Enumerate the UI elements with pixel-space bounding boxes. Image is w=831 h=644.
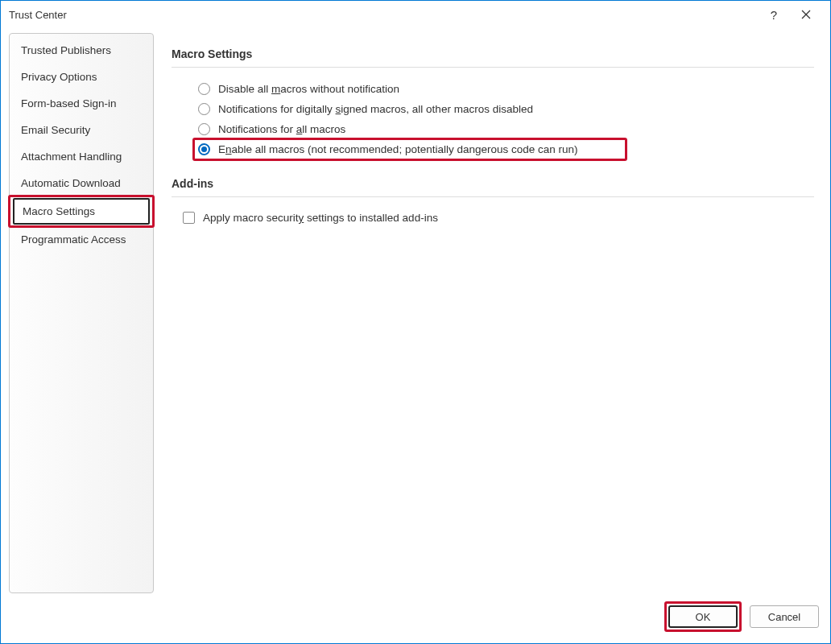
sidebar-item-label: Privacy Options (21, 71, 97, 83)
checkbox-icon (183, 212, 195, 224)
cancel-button[interactable]: Cancel (750, 605, 819, 628)
sidebar-item-form-based-sign-in[interactable]: Form-based Sign-in (10, 90, 153, 117)
sidebar-item-macro-settings[interactable]: Macro Settings (13, 198, 150, 225)
close-icon (801, 10, 811, 19)
close-button[interactable] (790, 2, 822, 27)
radio-icon (198, 143, 210, 155)
radio-notify-all[interactable]: Notifications for all macros (196, 119, 814, 139)
help-button[interactable]: ? (758, 2, 790, 27)
button-label: Cancel (768, 611, 800, 623)
titlebar: Trust Center ? (1, 1, 830, 28)
window-title: Trust Center (9, 9, 758, 21)
body-area: Trusted Publishers Privacy Options Form-… (1, 28, 830, 593)
sidebar-item-email-security[interactable]: Email Security (10, 117, 153, 143)
radio-label: Notifications for all macros (218, 123, 345, 135)
sidebar-item-label: Trusted Publishers (21, 44, 111, 56)
sidebar-item-programmatic-access[interactable]: Programmatic Access (10, 226, 153, 253)
radio-icon (198, 103, 210, 115)
sidebar-item-label: Form-based Sign-in (21, 97, 117, 109)
radio-enable-all[interactable]: Enable all macros (not recommended; pote… (196, 139, 814, 159)
radio-disable-all[interactable]: Disable all macros without notification (196, 79, 814, 99)
sidebar-item-label: Attachment Handling (21, 151, 122, 163)
sidebar-item-label: Programmatic Access (21, 233, 126, 246)
macro-radio-group: Disable all macros without notification … (172, 79, 814, 159)
checkbox-label: Apply macro security settings to install… (203, 212, 438, 224)
content-pane: Macro Settings Disable all macros withou… (163, 33, 822, 593)
radio-label: Enable all macros (not recommended; pote… (218, 143, 578, 155)
radio-icon (198, 83, 210, 95)
sidebar-item-label: Macro Settings (23, 205, 95, 217)
sidebar-item-label: Email Security (21, 124, 90, 136)
divider (172, 196, 814, 197)
addins-checkbox-group: Apply macro security settings to install… (172, 208, 814, 227)
sidebar: Trusted Publishers Privacy Options Form-… (9, 33, 154, 593)
trust-center-window: Trust Center ? Trusted Publishers Privac… (0, 0, 831, 644)
help-icon: ? (771, 8, 777, 22)
section-heading-macro: Macro Settings (172, 47, 814, 60)
radio-icon (198, 123, 210, 135)
ok-button[interactable]: OK (668, 605, 738, 628)
radio-label: Notifications for digitally signed macro… (218, 103, 533, 115)
section-heading-addins: Add-ins (172, 177, 814, 190)
checkbox-apply-macro-security[interactable]: Apply macro security settings to install… (183, 208, 814, 227)
radio-signed-only[interactable]: Notifications for digitally signed macro… (196, 99, 814, 119)
button-label: OK (696, 611, 711, 623)
sidebar-item-automatic-download[interactable]: Automatic Download (10, 170, 153, 196)
radio-label: Disable all macros without notification (218, 83, 399, 95)
sidebar-item-privacy-options[interactable]: Privacy Options (10, 64, 153, 90)
divider (172, 67, 814, 68)
sidebar-item-attachment-handling[interactable]: Attachment Handling (10, 143, 153, 170)
sidebar-item-trusted-publishers[interactable]: Trusted Publishers (10, 37, 153, 64)
footer: OK Cancel (1, 593, 830, 643)
sidebar-item-label: Automatic Download (21, 177, 121, 189)
